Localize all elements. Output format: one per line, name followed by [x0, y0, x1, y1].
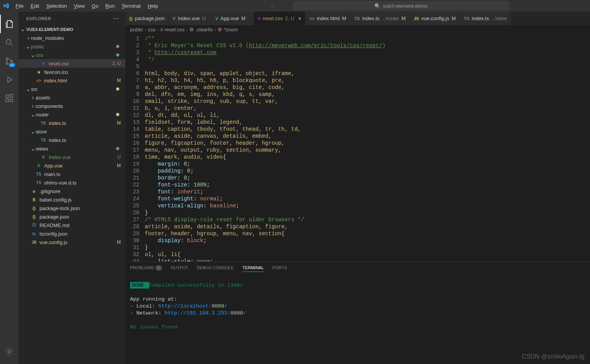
chevron-icon: ⌄ [30, 128, 36, 135]
panel-tab-debug-console[interactable]: DEBUG CONSOLE [197, 264, 234, 272]
tree-item-README-md[interactable]: ⓘREADME.md [19, 221, 125, 229]
tree-label: index.ts [49, 137, 121, 143]
tab-label: Index.vue [178, 15, 200, 21]
tab-package-json[interactable]: {}package.json [125, 12, 169, 25]
tree-item-package-json[interactable]: {}package.json [19, 212, 125, 221]
tree-item-public[interactable]: ⌄public [19, 42, 125, 51]
tree-item-index-html[interactable]: <>index.htmlM [19, 76, 125, 85]
search-icon: 🔍 [374, 3, 381, 9]
menu-edit[interactable]: Edit [27, 2, 42, 10]
tree-item-Index-vue[interactable]: VIndex.vueU [19, 153, 125, 161]
activity-extensions[interactable] [0, 89, 19, 108]
tab-index-html[interactable]: <>index.htmlM [305, 12, 350, 25]
tab-reset-css[interactable]: #reset.css2, U× [254, 12, 305, 25]
git-status: M [117, 239, 121, 245]
tree-item-vue-config-js[interactable]: JSvue.config.jsM [19, 238, 125, 246]
activity-explorer[interactable] [0, 15, 19, 33]
breadcrumb-item[interactable]: ⚙ *zoom [218, 27, 238, 32]
tab-label: index.ts [472, 15, 489, 21]
breadcrumb-item[interactable]: ⚙ .clearfix [189, 27, 213, 32]
tab-index-ts[interactable]: TSindex.ts...\routerM [350, 12, 410, 25]
line-numbers: 1234567891011121314151617181920212223242… [125, 34, 145, 261]
chevron-icon: › [30, 103, 36, 109]
project-header[interactable]: ⌄ VUE3-ELEMENT-DEMO [19, 25, 125, 34]
tab-status: U [202, 15, 206, 21]
menu-view[interactable]: View [71, 2, 88, 10]
breadcrumb-item[interactable]: # reset.css [160, 27, 185, 32]
tree-item-src[interactable]: ⌄src [19, 85, 125, 93]
menu-terminal[interactable]: Terminal [118, 2, 144, 10]
nav-arrows: ← → [270, 3, 293, 9]
sidebar-header: EXPLORER ⋯ [19, 12, 125, 25]
tree-item-assets[interactable]: ›assets [19, 93, 125, 102]
tree-item-tsconfig-json[interactable]: tstsconfig.json [19, 229, 125, 238]
command-center[interactable]: 🔍 vue3-element-demo [293, 1, 509, 10]
chevron-icon: ⌄ [26, 86, 31, 92]
close-icon[interactable]: × [298, 15, 301, 22]
tree-item-index-ts[interactable]: TSindex.tsM [19, 119, 125, 127]
code-editor[interactable]: 1234567891011121314151617181920212223242… [125, 34, 590, 261]
tree-item-package-lock-json[interactable]: {}package-lock.json [19, 204, 125, 212]
tab-status: M [451, 15, 456, 21]
tab-label: reset.css [262, 15, 283, 21]
tree-item-shims-vue-d-ts[interactable]: TSshims-vue.d.ts [19, 178, 125, 187]
svg-rect-6 [10, 99, 13, 102]
tree-item-main-ts[interactable]: TSmain.ts [19, 170, 125, 178]
tab-label: index.html [317, 15, 340, 21]
tab-index-ts[interactable]: TSindex.ts...\store [460, 12, 511, 25]
nav-back-icon[interactable]: ← [270, 3, 275, 9]
code-content[interactable]: /** * Eric Meyer's Reset CSS v2.0 (http:… [145, 34, 590, 261]
breadcrumb[interactable]: public›css›# reset.css›⚙ .clearfix›⚙ *zo… [125, 25, 590, 34]
svg-rect-7 [10, 94, 13, 97]
panel-tab-ports[interactable]: PORTS [273, 264, 287, 272]
tree-label: vue.config.js [39, 239, 117, 245]
breadcrumb-item[interactable]: public [130, 27, 143, 32]
tab-Index-vue[interactable]: VIndex.vueU [169, 12, 211, 25]
tree-item-node_modules[interactable]: ›node_modules [19, 34, 125, 42]
panel-tab-problems[interactable]: PROBLEMS2 [130, 264, 162, 272]
tree-label: .gitignore [39, 188, 121, 194]
file-icon: TS [464, 16, 469, 21]
nav-forward-icon[interactable]: → [281, 3, 286, 9]
tree-item-favicon-ico[interactable]: ★favicon.ico [19, 68, 125, 76]
tree-label: store [36, 129, 121, 135]
file-icon: V [173, 16, 175, 21]
tree-item-components[interactable]: ›components [19, 102, 125, 110]
file-tree: ›node_modules⌄public⌄css#reset.css2, U★f… [19, 34, 125, 364]
tree-label: favicon.ico [44, 69, 121, 75]
sidebar: EXPLORER ⋯ ⌄ VUE3-ELEMENT-DEMO ›node_mod… [19, 12, 125, 364]
activity-debug[interactable] [0, 70, 19, 89]
tree-item-babel-config-js[interactable]: Bbabel.config.js [19, 195, 125, 204]
tab-App-vue[interactable]: VApp.vueM [211, 12, 254, 25]
panel-tab-output[interactable]: OUTPUT [171, 264, 188, 272]
menu-selection[interactable]: Selection [43, 2, 70, 10]
network-url[interactable]: http://192.168.3.253:8080/ [165, 310, 246, 316]
git-status: U [117, 154, 121, 160]
tab-vue-config-js[interactable]: JSvue.config.jsM [410, 12, 460, 25]
activity-search[interactable] [0, 33, 19, 52]
sidebar-more-icon[interactable]: ⋯ [113, 15, 120, 22]
breadcrumb-item[interactable]: css [148, 27, 156, 32]
local-url[interactable]: http://localhost:8080/ [158, 303, 227, 309]
git-status: M [117, 120, 121, 126]
tree-item-reset-css[interactable]: #reset.css2, U [19, 59, 125, 68]
tree-item-views[interactable]: ⌄views [19, 144, 125, 153]
terminal-output[interactable]: DONE Compiled successfully in 134ms App … [125, 273, 590, 364]
tree-item-router[interactable]: ⌄router [19, 110, 125, 119]
menu-file[interactable]: File [12, 2, 27, 10]
chevron-down-icon: ⌄ [21, 27, 26, 32]
tree-item--gitignore[interactable]: ◈.gitignore [19, 187, 125, 195]
panel-tab-terminal[interactable]: TERMINAL [242, 264, 264, 272]
menu-help[interactable]: Help [144, 2, 161, 10]
tree-item-css[interactable]: ⌄css [19, 51, 125, 59]
chevron-icon: › [26, 35, 31, 41]
activity-settings[interactable] [0, 342, 19, 361]
tree-item-store[interactable]: ⌄store [19, 127, 125, 136]
tree-item-index-ts[interactable]: TSindex.ts [19, 136, 125, 144]
activity-source-control[interactable]: 10 [0, 52, 19, 70]
menu-run[interactable]: Run [102, 2, 118, 10]
tab-sublabel: ...\store [491, 16, 507, 21]
tab-label: App.vue [221, 15, 239, 21]
menu-go[interactable]: Go [89, 2, 101, 10]
tree-item-App-vue[interactable]: VApp.vueM [19, 161, 125, 170]
